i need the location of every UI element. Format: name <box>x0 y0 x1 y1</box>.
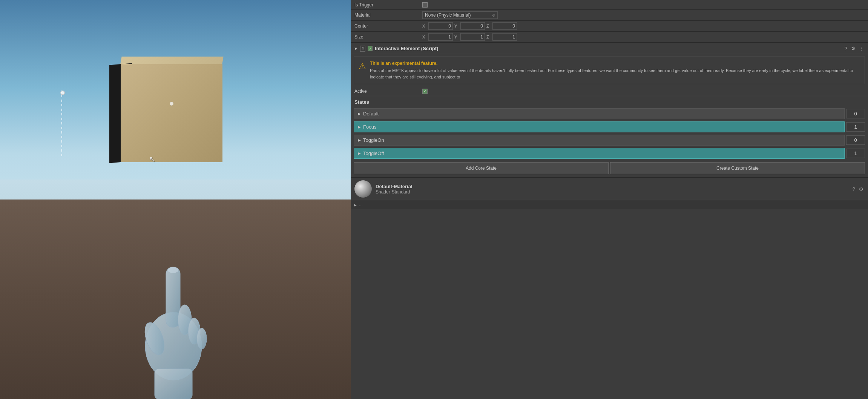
material-help-icon[interactable]: ? <box>852 186 856 193</box>
warning-content: This is an experimental feature. Parts o… <box>370 61 860 80</box>
create-custom-state-button[interactable]: Create Custom State <box>610 162 865 174</box>
component-collapse-arrow[interactable]: ▼ <box>354 46 358 51</box>
material-dropdown-circle: ⊙ <box>492 13 495 17</box>
state-value-default: 0 <box>846 109 865 118</box>
material-dropdown-text: None (Physic Material) <box>425 12 471 18</box>
center-label: Center <box>354 23 422 29</box>
center-z-label: Z <box>486 24 491 28</box>
size-z-input[interactable] <box>492 33 517 41</box>
state-row-toggleon: ▶ ToggleOn 0 <box>354 134 865 146</box>
is-trigger-label: Is Trigger <box>354 2 422 8</box>
dashed-line <box>61 91 62 158</box>
material-value: None (Physic Material) ⊙ <box>422 11 864 19</box>
component-title: Interactive Element (Script) <box>375 46 842 51</box>
shader-value: Standard <box>392 189 410 195</box>
state-value-toggleon: 0 <box>846 135 865 145</box>
component-icon-group: ? ⚙ ⋮ <box>844 45 865 52</box>
material-label: Material <box>354 12 422 18</box>
collapsed-section-arrow: ▶ <box>354 203 357 207</box>
cube-dot <box>170 102 173 106</box>
state-button-toggleon[interactable]: ▶ ToggleOn <box>354 135 845 146</box>
state-arrow-toggleoff: ▶ <box>358 151 361 155</box>
3d-cube <box>109 57 226 173</box>
state-arrow-toggleon: ▶ <box>358 138 361 142</box>
state-row-focus: ▶ Focus 1 <box>354 121 865 133</box>
component-settings-icon[interactable]: ⚙ <box>850 45 856 52</box>
state-name-default: Default <box>363 111 379 117</box>
component-hash-icon: # <box>360 46 365 52</box>
material-sphere-preview <box>354 180 372 198</box>
center-x-input[interactable] <box>428 22 453 30</box>
active-label: Active <box>354 89 422 94</box>
interactive-element-header: ▼ # ✓ Interactive Element (Script) ? ⚙ ⋮ <box>351 43 868 54</box>
center-y-input[interactable] <box>460 22 485 30</box>
component-menu-icon[interactable]: ⋮ <box>859 45 865 52</box>
material-row: Material None (Physic Material) ⊙ <box>351 10 868 21</box>
state-row-toggleoff: ▶ ToggleOff 1 <box>354 147 865 159</box>
hand-gesture <box>121 229 226 399</box>
is-trigger-value <box>422 2 864 8</box>
size-y-input[interactable] <box>460 33 485 41</box>
center-z-input[interactable] <box>492 22 517 30</box>
state-button-default[interactable]: ▶ Default <box>354 108 845 119</box>
state-name-toggleoff: ToggleOff <box>363 150 384 156</box>
material-shader: Shader Standard <box>376 189 848 195</box>
size-xyz: X Y Z <box>422 33 864 41</box>
state-arrow-default: ▶ <box>358 112 361 116</box>
add-core-state-button[interactable]: Add Core State <box>354 162 609 174</box>
size-y-label: Y <box>454 35 459 39</box>
size-x-input[interactable] <box>428 33 453 41</box>
states-section-header: States <box>351 96 868 106</box>
material-info: Default-Material Shader Standard <box>376 184 848 195</box>
component-enabled-checkbox[interactable]: ✓ <box>368 46 373 51</box>
is-trigger-checkbox[interactable] <box>422 2 428 8</box>
material-name: Default-Material <box>376 184 848 189</box>
size-z-label: Z <box>486 35 491 39</box>
mouse-cursor-icon: ↖ <box>149 155 155 164</box>
active-checkbox[interactable]: ✓ <box>422 89 428 94</box>
collapsed-section-label: ... <box>359 202 363 207</box>
svg-rect-6 <box>155 369 192 399</box>
warning-title: This is an experimental feature. <box>370 61 860 66</box>
center-x-label: X <box>422 24 427 28</box>
state-row-default: ▶ Default 0 <box>354 107 865 120</box>
is-trigger-row: Is Trigger <box>351 0 868 10</box>
warning-triangle-icon: ⚠ <box>359 61 366 71</box>
state-name-focus: Focus <box>363 124 376 130</box>
state-name-toggleon: ToggleOn <box>363 137 384 143</box>
shader-label: Shader <box>376 189 390 195</box>
experimental-warning: ⚠ This is an experimental feature. Parts… <box>354 57 865 84</box>
state-action-buttons: Add Core State Create Custom State <box>354 162 865 174</box>
size-row: Size X Y Z <box>351 32 868 43</box>
active-row: Active ✓ <box>351 86 868 96</box>
center-row: Center X Y Z <box>351 21 868 32</box>
center-y-label: Y <box>454 24 459 28</box>
state-button-focus[interactable]: ▶ Focus <box>354 121 845 132</box>
inspector-panel: Is Trigger Material None (Physic Materia… <box>351 0 868 399</box>
state-value-focus: 1 <box>846 122 865 132</box>
material-dropdown[interactable]: None (Physic Material) ⊙ <box>422 11 498 19</box>
state-button-toggleoff[interactable]: ▶ ToggleOff <box>354 148 845 159</box>
state-value-toggleoff: 1 <box>846 149 865 158</box>
size-label: Size <box>354 34 422 40</box>
cube-front-face <box>121 64 222 162</box>
collapsed-bottom-section[interactable]: ▶ ... <box>351 200 868 209</box>
warning-text: Parts of the MRTK appear to have a lot o… <box>370 68 860 80</box>
cursor-dot <box>60 91 65 95</box>
svg-point-4 <box>197 328 207 349</box>
svg-point-7 <box>168 267 178 273</box>
material-settings-icon[interactable]: ⚙ <box>858 186 864 193</box>
center-xyz: X Y Z <box>422 22 864 30</box>
scene-viewport[interactable]: ↖ <box>0 0 351 399</box>
component-help-icon[interactable]: ? <box>844 45 848 52</box>
material-icon-group: ? ⚙ <box>852 186 864 193</box>
size-x-label: X <box>422 35 427 39</box>
default-material-section: Default-Material Shader Standard ? ⚙ <box>351 177 868 200</box>
state-arrow-focus: ▶ <box>358 125 361 129</box>
